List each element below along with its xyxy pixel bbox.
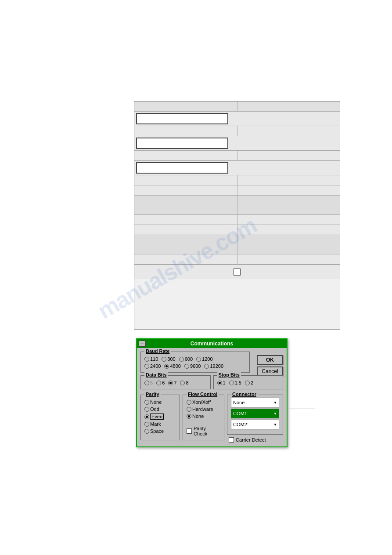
stop-2-radio[interactable] <box>245 381 250 385</box>
data-8[interactable]: 8 <box>180 380 188 385</box>
carrier-detect-checkbox[interactable] <box>229 437 234 443</box>
flow-xon-radio[interactable] <box>187 400 191 405</box>
ok-button[interactable]: OK <box>257 355 283 365</box>
connector-none[interactable]: None ▼ <box>231 398 279 407</box>
stop-1-5[interactable]: 1.5 <box>229 380 241 385</box>
baud-1200[interactable]: 1200 <box>196 356 212 362</box>
flow-hardware[interactable]: Hardware <box>187 406 213 412</box>
carrier-detect-row: Carrier Detect <box>229 437 283 443</box>
stop-1-5-radio[interactable] <box>229 381 234 385</box>
parity-check-label: Parity Check <box>194 426 220 436</box>
dialog-title: Communications <box>191 341 233 347</box>
baud-rate-row2: 2400 4800 9600 19200 <box>144 363 246 369</box>
connector-com1[interactable]: COM1: ▼ <box>231 409 279 418</box>
callout-line <box>289 409 315 409</box>
connector-area: Connector None ▼ COM1: ▼ COM2: ▼ <box>227 395 283 443</box>
baud-rate-group: Baud Rate 110 300 600 1200 <box>140 352 250 373</box>
flow-hardware-radio[interactable] <box>187 407 191 412</box>
parity-space[interactable]: Space <box>144 428 164 434</box>
baud-rate-label: Baud Rate <box>144 348 171 354</box>
data-stop-row: Data Bits 5 6 7 <box>140 375 283 392</box>
flow-control-label: Flow Control <box>187 392 219 397</box>
flow-control-group: Flow Control Xon/Xoff Hardware <box>183 395 224 440</box>
data-8-radio[interactable] <box>180 381 185 385</box>
flow-none[interactable]: None <box>187 414 204 419</box>
baud-4800-radio[interactable] <box>164 364 169 369</box>
carrier-detect-label: Carrier Detect <box>236 437 266 443</box>
parity-check-row: Parity Check <box>187 426 220 436</box>
parity-label: Parity <box>144 392 161 397</box>
parity-odd[interactable]: Odd <box>144 406 159 412</box>
baud-19200[interactable]: 19200 <box>204 363 223 369</box>
parity-group: Parity None Odd Even <box>140 395 180 440</box>
data-6[interactable]: 6 <box>156 380 165 385</box>
baud-9600-radio[interactable] <box>184 364 189 369</box>
communications-dialog: ─ Communications OK Cancel Baud Rate 110… <box>136 338 288 447</box>
parity-even[interactable]: Even <box>144 414 164 420</box>
input-box-3[interactable] <box>136 162 228 174</box>
parity-check-checkbox[interactable] <box>187 428 192 434</box>
baud-1200-radio[interactable] <box>196 357 201 362</box>
baud-19200-radio[interactable] <box>204 364 209 369</box>
lower-sections: Parity None Odd Even <box>140 395 283 443</box>
connector-com2[interactable]: COM2: ▼ <box>231 420 279 429</box>
stop-1[interactable]: 1 <box>217 380 226 385</box>
data-5[interactable]: 5 <box>144 380 153 385</box>
dialog-title-bar: ─ Communications <box>137 339 287 348</box>
baud-2400[interactable]: 2400 <box>144 363 161 369</box>
dialog-close-button[interactable]: ─ <box>139 341 146 347</box>
data-bits-group: Data Bits 5 6 7 <box>140 375 211 389</box>
baud-110[interactable]: 110 <box>144 356 158 362</box>
baud-300-radio[interactable] <box>162 357 166 362</box>
stop-bits-group: Stop Bits 1 1.5 2 <box>213 375 284 389</box>
baud-9600[interactable]: 9600 <box>184 363 201 369</box>
baud-300[interactable]: 300 <box>162 356 175 362</box>
stop-2[interactable]: 2 <box>245 380 253 385</box>
data-5-radio[interactable] <box>144 381 149 385</box>
parity-space-radio[interactable] <box>144 429 149 434</box>
data-7-radio[interactable] <box>168 381 173 385</box>
parity-mark-radio[interactable] <box>144 422 149 427</box>
background-table <box>134 101 340 330</box>
stop-bits-label: Stop Bits <box>217 372 241 377</box>
input-box-2[interactable] <box>136 138 228 149</box>
parity-none[interactable]: None <box>144 399 162 405</box>
data-bits-label: Data Bits <box>144 372 168 377</box>
data-7[interactable]: 7 <box>168 380 176 385</box>
connector-label: Connector <box>231 392 258 397</box>
baud-2400-radio[interactable] <box>144 364 149 369</box>
table-checkbox[interactable] <box>234 268 241 276</box>
baud-600-radio[interactable] <box>179 357 184 362</box>
connector-group: Connector None ▼ COM1: ▼ COM2: ▼ <box>227 395 283 435</box>
stop-1-radio[interactable] <box>217 381 222 385</box>
baud-110-radio[interactable] <box>144 357 149 362</box>
cancel-button[interactable]: Cancel <box>257 366 283 376</box>
parity-even-radio[interactable] <box>144 414 149 419</box>
data-6-radio[interactable] <box>156 381 161 385</box>
baud-rate-row1: 110 300 600 1200 <box>144 356 246 362</box>
parity-none-radio[interactable] <box>144 400 149 405</box>
parity-mark[interactable]: Mark <box>144 421 161 427</box>
input-box-1[interactable] <box>136 113 228 124</box>
flow-xon[interactable]: Xon/Xoff <box>187 399 211 405</box>
flow-none-radio[interactable] <box>187 414 191 419</box>
baud-600[interactable]: 600 <box>179 356 193 362</box>
parity-odd-radio[interactable] <box>144 407 149 412</box>
baud-4800[interactable]: 4800 <box>164 363 180 369</box>
